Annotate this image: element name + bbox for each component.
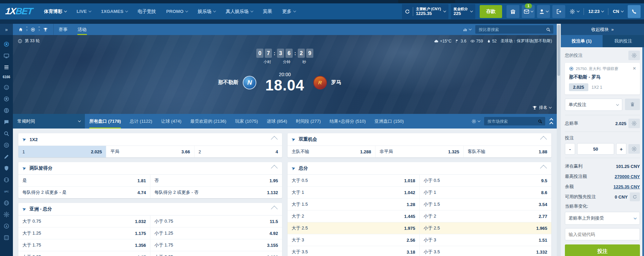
market-tab[interactable]: 结果+总得分 (510)	[325, 114, 370, 129]
odds-cell[interactable]: 主队不输1.288	[288, 146, 375, 157]
rail-sport-soccer-icon[interactable]	[2, 95, 11, 103]
rail-sport-globe-icon[interactable]	[2, 199, 11, 207]
odds-cell[interactable]: 大于 0.51.018	[288, 175, 419, 186]
messages-button[interactable]: 1	[522, 5, 535, 18]
logout-button[interactable]	[552, 5, 565, 18]
odds-cell[interactable]: 小于 1.53.54	[419, 199, 551, 210]
nav-item[interactable]: 体育博彩	[44, 8, 67, 15]
pin-dart-icon[interactable]	[291, 166, 296, 171]
bonus-points-dropdown[interactable]: 奖金积分 225	[451, 4, 475, 19]
nav-item[interactable]: 娱乐场	[198, 8, 216, 15]
odds-cell[interactable]: 大于 3.53.18	[288, 246, 419, 256]
collapse-market-button[interactable]	[540, 164, 547, 173]
rail-sport-smiley-icon[interactable]	[2, 83, 11, 92]
limit-link[interactable]: 270000 CNY	[615, 174, 640, 179]
betslip-settings-button[interactable]	[628, 51, 640, 60]
odds-cell[interactable]: 是1.81	[18, 175, 150, 186]
odds-cell[interactable]: 小于 0.59.5	[419, 175, 551, 186]
profile-button[interactable]	[537, 5, 550, 18]
rail-sport-ufc-icon[interactable]: UFC	[2, 187, 11, 196]
odds-settings-button[interactable]	[628, 119, 640, 128]
pin-dart-icon[interactable]	[22, 206, 27, 211]
pin-dart-icon[interactable]	[22, 137, 27, 142]
rail-sport-eight-icon[interactable]: 8	[2, 222, 11, 231]
match-search-input[interactable]	[478, 27, 544, 32]
rail-soccer-icon[interactable]	[2, 40, 11, 49]
nav-item[interactable]: PROMO	[166, 9, 188, 14]
language-dropdown[interactable]: CN	[611, 9, 625, 14]
market-tab[interactable]: 玩家 (1075)	[231, 114, 262, 129]
rail-tv-icon[interactable]	[2, 51, 11, 60]
odds-cell[interactable]: 大于 1.251.175	[18, 227, 150, 239]
nav-item[interactable]: 1XGAMES	[101, 9, 128, 14]
rail-collapse-button[interactable]: »	[0, 24, 13, 35]
market-settings-dropdown[interactable]	[472, 119, 480, 124]
stats-dropdown[interactable]	[463, 27, 471, 32]
nav-item[interactable]: 电子竞技	[138, 8, 156, 15]
odds-cell[interactable]: 每队得分 2 或更多 - 否1.132	[150, 187, 282, 198]
odds-cell[interactable]: 小于 22.77	[419, 210, 551, 222]
odds-cell[interactable]: 大于 0.751.032	[18, 216, 150, 227]
limit-link[interactable]: 1225.35 CNY	[613, 184, 640, 189]
ranking-dropdown[interactable]: 排名	[532, 105, 551, 110]
rail-sport-dice-icon[interactable]	[2, 233, 11, 242]
collapse-market-button[interactable]	[540, 135, 547, 144]
refresh-balance-icon[interactable]	[405, 9, 410, 14]
odds-cell[interactable]: 大于 11.042	[288, 187, 419, 198]
odds-cell[interactable]: 24	[194, 146, 282, 157]
main-account-dropdown[interactable]: 主要帐户 (CNY) 1225.35	[402, 4, 448, 19]
market-tab[interactable]: 进球 (854)	[262, 114, 292, 129]
odds-cell[interactable]: 大于 2.51.975	[288, 222, 419, 234]
market-tab[interactable]: 时间段 (277)	[292, 114, 325, 129]
remove-bet-button[interactable]: ×	[633, 66, 636, 70]
home-team[interactable]: 那不勒斯 N	[218, 76, 256, 89]
market-tab[interactable]: 让球 (474)	[157, 114, 186, 129]
bet-type-dropdown[interactable]: 单式投注	[565, 99, 622, 111]
nav-item[interactable]: LIVE	[77, 9, 91, 14]
nav-item[interactable]: 更多	[282, 8, 296, 15]
scrollbar-thumb[interactable]	[557, 25, 560, 76]
page-scrollbar[interactable]	[557, 24, 561, 256]
gifts-button[interactable]	[507, 5, 519, 18]
odds-cell[interactable]: 平局3.66	[106, 146, 194, 157]
odds-cell[interactable]: 小于 2.51.965	[419, 222, 551, 234]
stake-settings-button[interactable]	[628, 144, 640, 154]
market-tab[interactable]: 亚洲盘口 (150)	[370, 114, 408, 129]
rail-sport-search-icon[interactable]	[2, 129, 11, 138]
betslip-tab[interactable]: 投注单 (1)	[561, 35, 603, 47]
odds-cell[interactable]: 客队不输1.88	[463, 146, 551, 157]
clear-betslip-button[interactable]	[625, 99, 640, 110]
odds-cell[interactable]: 非平局1.325	[375, 146, 463, 157]
away-team[interactable]: R 罗马	[313, 76, 342, 89]
rail-sport-basketball-icon[interactable]	[2, 106, 11, 115]
pin-dart-icon[interactable]	[22, 166, 27, 171]
nav-item[interactable]: 宾果	[263, 8, 272, 15]
odds-cell[interactable]: 小于 3.51.332	[419, 246, 551, 256]
market-search-input[interactable]	[487, 119, 536, 124]
brand-logo[interactable]: 1XBET	[5, 6, 33, 17]
stake-plus-button[interactable]: +	[616, 143, 626, 155]
odds-cell[interactable]: 大于 21.445	[288, 210, 419, 222]
market-tab[interactable]: 所有盘口 (7178)	[85, 114, 125, 129]
search-icon[interactable]	[538, 119, 542, 124]
odds-cell[interactable]: 12.025	[18, 146, 106, 157]
rail-sport-gear-icon[interactable]	[2, 210, 11, 219]
nav-item[interactable]: 真人娱乐场	[226, 8, 253, 15]
odds-cell[interactable]: 小于 1.254.92	[150, 227, 282, 239]
search-icon[interactable]	[546, 27, 551, 32]
promo-code-input[interactable]	[565, 228, 640, 240]
collapse-market-button[interactable]	[271, 135, 278, 144]
odds-cell[interactable]: 小于 2.252.196	[150, 251, 282, 256]
odds-cell[interactable]: 大于 2.251.67	[18, 251, 150, 256]
odds-cell[interactable]: 大于 1.51.28	[288, 199, 419, 210]
rail-menu-icon[interactable]	[2, 63, 11, 72]
collapse-market-button[interactable]	[271, 204, 278, 214]
trophy-icon[interactable]	[43, 27, 48, 32]
odds-cell[interactable]: 每队得分 2 或更多 - 是4.74	[18, 187, 150, 198]
odds-cell[interactable]: 小于 1.753.155	[150, 239, 282, 251]
betslip-tab[interactable]: 我的投注	[603, 35, 644, 47]
odds-cell[interactable]: 大于 32.56	[288, 234, 419, 246]
view-tab[interactable]: 赛事	[54, 24, 73, 35]
stake-minus-button[interactable]: -	[565, 143, 575, 155]
home-icon[interactable]	[18, 27, 23, 32]
